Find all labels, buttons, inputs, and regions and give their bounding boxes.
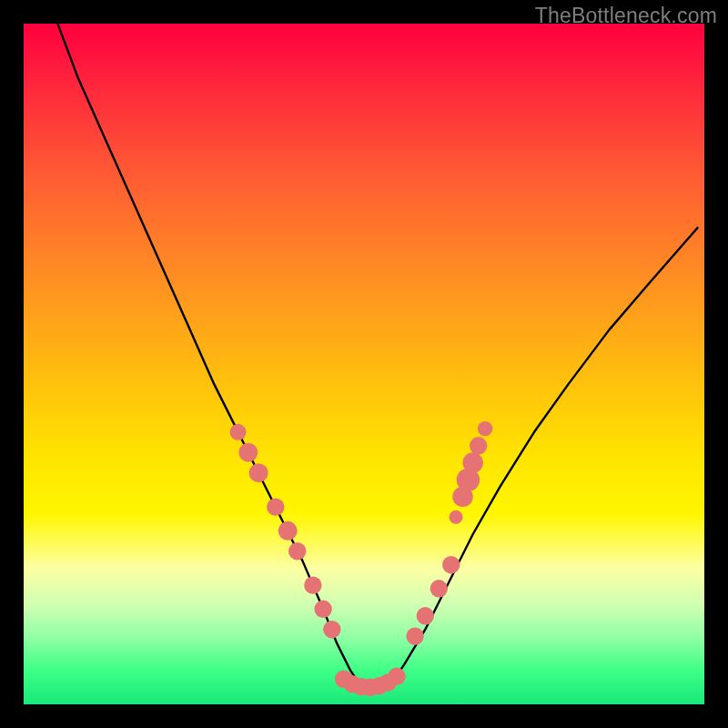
data-point [304,576,321,593]
data-point [249,463,268,482]
data-point [278,521,298,541]
chart-frame: TheBottleneck.com [0,0,728,728]
data-point [478,421,492,436]
data-point [230,424,247,440]
data-point [463,452,483,472]
bottleneck-curve [57,24,697,691]
chart-svg [24,24,704,704]
data-point [314,601,331,618]
data-point [267,498,284,515]
data-point [406,628,423,645]
data-point [288,542,306,560]
data-point [417,607,434,624]
data-point [470,437,487,454]
data-point [388,668,405,685]
data-point [323,621,340,638]
data-point [450,511,463,524]
data-point [238,443,258,462]
data-point [442,556,460,573]
data-markers [230,421,493,696]
data-point [430,580,448,597]
